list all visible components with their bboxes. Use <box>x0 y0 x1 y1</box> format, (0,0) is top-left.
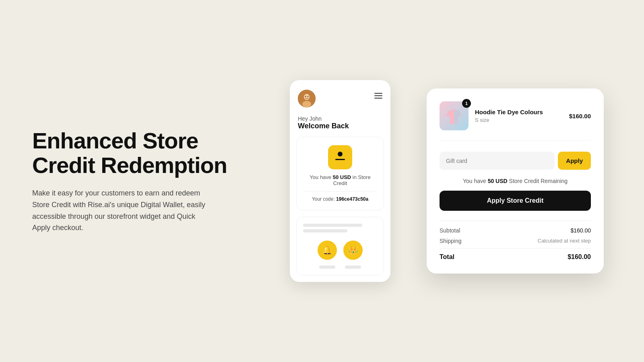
subtotal-value: $160.00 <box>570 227 591 234</box>
checkout-divider <box>440 220 591 221</box>
product-size: S size <box>475 117 563 123</box>
mobile-bottom-section: 🔔 👑 <box>296 217 384 276</box>
notification-item: 🔔 <box>318 241 337 269</box>
wallet-section: You have 50 USD in Store Credit Your cod… <box>296 137 384 210</box>
mobile-widget-card: Hey John Welcome Back You have 50 USD in… <box>290 80 390 282</box>
description: Make it easy for your customers to earn … <box>32 187 205 234</box>
wallet-balance: You have 50 USD in Store Credit <box>303 174 377 186</box>
apply-store-credit-button[interactable]: Apply Store Credit <box>440 191 591 211</box>
apply-button[interactable]: Apply <box>558 152 591 170</box>
bottom-icons: 🔔 👑 <box>303 241 377 269</box>
store-credit-prefix: You have <box>463 178 488 184</box>
avatar-image <box>298 90 316 107</box>
subtotal-row: Subtotal $160.00 <box>440 227 591 234</box>
svg-point-2 <box>302 101 311 107</box>
product-info: Hoodie Tie Dye Colours S size <box>475 109 563 123</box>
svg-rect-6 <box>335 159 345 160</box>
product-name: Hoodie Tie Dye Colours <box>475 109 563 115</box>
hamburger-icon[interactable] <box>374 90 382 99</box>
store-credit-amount: 50 USD <box>488 178 508 184</box>
crown-icon-btn[interactable]: 👑 <box>343 241 363 260</box>
store-credit-suffix: Store Credit Remaining <box>508 178 568 184</box>
greeting-hey: Hey John <box>298 115 382 122</box>
wallet-balance-prefix: You have <box>310 174 332 180</box>
skeleton-lines <box>303 224 377 232</box>
subtotal-label: Subtotal <box>440 227 460 234</box>
greeting-text: Hey John Welcome Back <box>290 115 390 137</box>
total-value: $160.00 <box>568 253 591 261</box>
wallet-code-prefix: Your code: <box>312 196 336 202</box>
wallet-divider <box>303 191 377 191</box>
crown-label-skeleton <box>345 265 361 269</box>
shipping-label: Shipping <box>440 238 462 244</box>
svg-point-1 <box>304 94 310 100</box>
wallet-code-value: 196ce473c50a <box>336 196 368 202</box>
shipping-value: Calculated at next step <box>538 238 591 244</box>
notification-icon-btn[interactable]: 🔔 <box>318 241 337 260</box>
crown-item: 👑 <box>343 241 363 269</box>
product-price: $160.00 <box>569 113 591 119</box>
gift-card-input[interactable] <box>440 152 555 170</box>
skeleton-line-1 <box>303 224 362 227</box>
wallet-code: Your code: 196ce473c50a <box>303 196 377 202</box>
greeting-welcome: Welcome Back <box>298 122 382 130</box>
product-image-wrap: 1 <box>440 101 469 130</box>
wallet-icon-wrap <box>328 145 352 169</box>
wallet-balance-amount: 50 USD <box>333 174 351 180</box>
svg-point-3 <box>305 96 306 97</box>
total-label: Total <box>440 253 454 261</box>
shipping-row: Shipping Calculated at next step <box>440 238 591 244</box>
right-panel: Hey John Welcome Back You have 50 USD in… <box>274 0 612 362</box>
total-row: Total $160.00 <box>440 248 591 261</box>
wallet-icon <box>334 150 347 165</box>
skeleton-line-2 <box>303 229 347 232</box>
mobile-card-header <box>290 80 390 115</box>
notification-label-skeleton <box>319 265 335 269</box>
store-credit-info: You have 50 USD Store Credit Remaining <box>440 178 591 184</box>
avatar <box>298 90 316 107</box>
left-panel: Enhanced Store Credit Redemption Make it… <box>32 128 242 234</box>
checkout-card: 1 Hoodie Tie Dye Colours S size $160.00 … <box>427 88 604 274</box>
headline: Enhanced Store Credit Redemption <box>32 128 242 178</box>
svg-point-5 <box>338 152 343 156</box>
svg-point-4 <box>308 96 309 97</box>
product-badge: 1 <box>462 99 471 108</box>
product-row: 1 Hoodie Tie Dye Colours S size $160.00 <box>440 101 591 140</box>
gift-card-row: Apply <box>440 152 591 170</box>
